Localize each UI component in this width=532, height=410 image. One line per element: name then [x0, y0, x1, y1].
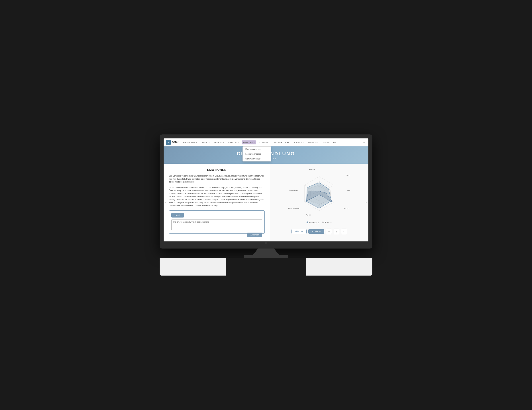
bottom-panels — [160, 258, 372, 276]
analyse-plus-dropdown[interactable]: Emotionsanalyse Lesbarkeitindizes Sentim… — [243, 146, 271, 161]
chevron-down-icon: ▾ — [303, 141, 304, 143]
absenden-button[interactable]: Absenden — [247, 233, 262, 237]
nav-hello: HALLO JONAS — [182, 140, 198, 144]
annehmen-button[interactable]: Annehmen — [308, 229, 324, 234]
navbar: SC SCBK HALLO JONAS SKRIPTE DETAILS ▾ AN… — [164, 139, 368, 146]
action-buttons: Ablehnen Annehmen ☆ ⎋ ⋯ — [292, 229, 347, 234]
monitor-stand — [253, 249, 279, 255]
apple-logo-icon:  — [266, 242, 266, 244]
nav-details[interactable]: DETAILS ▾ — [213, 140, 225, 144]
share-button[interactable]: ⎋ — [334, 229, 339, 234]
radar-chart: Freude Ekel Wut Trauer Furcht Überraschu… — [288, 168, 350, 219]
bottom-panel-center — [226, 258, 306, 276]
legend-ausprägung: Ausprägung — [307, 221, 319, 223]
section-title: EMOTIONEN — [169, 168, 265, 171]
zuruck-button[interactable]: Zurück — [171, 213, 184, 217]
nav-verwaltung[interactable]: VERWALTUNG — [321, 140, 337, 144]
chevron-down-icon: ▾ — [254, 141, 255, 143]
main-content: ← EMOTIONEN Das Verhältnis verschiedener… — [164, 164, 368, 242]
logo: SC SCBK — [166, 140, 179, 145]
nav-logbuch[interactable]: LOGBUCH — [307, 140, 319, 144]
prev-arrow[interactable]: ← — [164, 201, 168, 205]
radar-svg — [295, 173, 343, 215]
logo-icon: SC — [166, 140, 171, 145]
chevron-down-icon: ▾ — [269, 141, 270, 143]
description-1: Das Verhältnis verschiedener Grundemotio… — [169, 175, 265, 184]
apple-logo-bar:  — [164, 242, 368, 244]
radar-label-wut: Wut — [347, 189, 350, 191]
star-button[interactable]: ☆ — [326, 229, 332, 234]
logo-text: SCBK — [171, 141, 179, 144]
feedback-textarea[interactable] — [171, 219, 262, 230]
radar-label-ekel: Ekel — [346, 174, 350, 176]
ablehnen-button[interactable]: Ablehnen — [292, 229, 307, 234]
next-arrow[interactable]: → — [364, 201, 368, 205]
radar-legend: Ausprägung Referenz — [307, 221, 332, 223]
radar-label-freude: Freude — [309, 168, 315, 171]
monitor-base — [244, 255, 288, 258]
bottom-panel-left — [160, 258, 226, 276]
dropdown-emotionsanalyse[interactable]: Emotionsanalyse — [243, 147, 271, 151]
bottom-panel-right — [306, 258, 372, 276]
nav-analyse-plus[interactable]: ANALYSE+ ▾ — [242, 140, 256, 144]
radar-label-trauer: Trauer — [343, 207, 349, 209]
left-panel: ← EMOTIONEN Das Verhältnis verschiedener… — [164, 164, 270, 242]
nav-stilistik[interactable]: STILISTIK ▾ — [258, 140, 271, 144]
right-panel: → Freude Ekel Wut Trauer Furcht Überrasc… — [270, 164, 368, 242]
legend-referenz: Referenz — [322, 221, 332, 223]
nav-science[interactable]: SCIENCE ▾ — [292, 140, 305, 144]
nav-skripte[interactable]: SKRIPTE — [200, 140, 211, 144]
legend-ausprägung-dot — [307, 222, 308, 223]
chevron-down-icon: ▾ — [223, 141, 224, 143]
legend-referenz-dot — [322, 222, 324, 223]
nav-korrektorat[interactable]: KORREKTORAT — [273, 140, 290, 144]
nav-window-icon[interactable]: □ — [362, 140, 366, 145]
more-button[interactable]: ⋯ — [341, 229, 347, 234]
nav-analyse[interactable]: ANALYSE ▾ — [227, 140, 240, 144]
dropdown-lesbarkeit[interactable]: Lesbarkeitindizes — [243, 151, 271, 156]
feedback-section: Zurück Absenden — [169, 210, 265, 234]
description-2: Alinea kann sieben verschiedene Grundemo… — [169, 186, 265, 207]
dropdown-sentimentverlauf[interactable]: Sentimentverlauf — [243, 156, 271, 161]
chevron-down-icon: ▾ — [238, 141, 239, 143]
